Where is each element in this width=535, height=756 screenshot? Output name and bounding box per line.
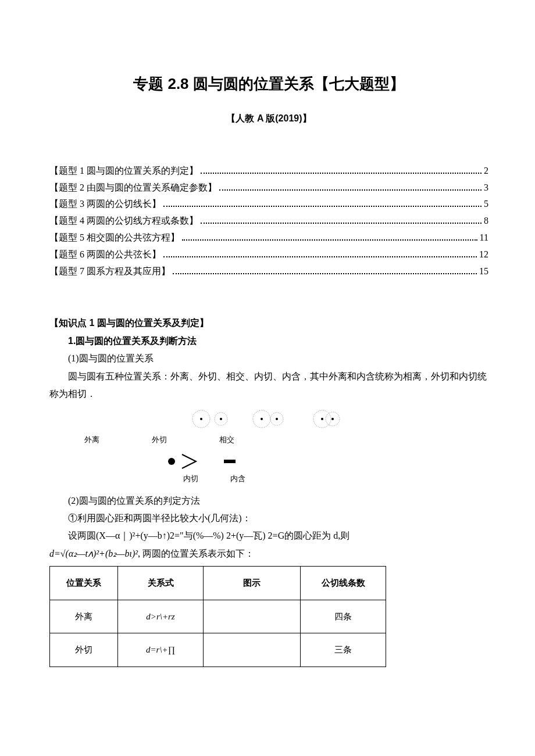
toc-label: 【题型 1 圆与圆的位置关系的判定】	[49, 163, 198, 180]
knowledge-p2-label: (2)圆与圆的位置关系的判定方法	[49, 492, 488, 510]
figure-xiangjiao-icon	[307, 407, 348, 431]
svg-point-12	[168, 458, 175, 465]
th-relation: 关系式	[118, 567, 204, 600]
formula-d: d=√(α₂—tʌ)²+(b₂—bι)²	[49, 549, 138, 558]
toc-label: 【题型 4 两圆的公切线方程或条数】	[49, 213, 198, 230]
toc-leader	[163, 250, 477, 257]
knowledge-main-1: 1.圆与圆的位置关系及判断方法	[49, 332, 488, 350]
toc-leader	[163, 199, 482, 207]
figure-neiqie-icon	[160, 451, 201, 472]
toc-leader	[219, 182, 482, 190]
toc-label: 【题型 7 圆系方程及其应用】	[49, 263, 170, 280]
knowledge-p1-label: (1)圆与圆的位置关系	[49, 350, 488, 367]
cell-figure	[204, 600, 301, 633]
page-title: 专题 2.8 圆与圆的位置关系【七大题型】	[49, 70, 488, 98]
toc-page: 5	[484, 196, 488, 213]
cell-relation: d>r\+rz	[118, 600, 204, 633]
circle-figures-row1	[49, 407, 488, 431]
cell-tangent-count: 三条	[301, 633, 386, 667]
toc-label: 【题型 2 由圆与圆的位置关系确定参数】	[49, 180, 217, 196]
svg-point-1	[200, 418, 202, 420]
knowledge-p2-3: d=√(α₂—tʌ)²+(b₂—bι)², 两圆的位置关系表示如下：	[49, 545, 488, 562]
cell-position: 外离	[50, 600, 118, 633]
toc-page: 2	[484, 163, 488, 180]
toc-label: 【题型 6 两圆的公共弦长】	[49, 246, 161, 263]
toc-page: 3	[484, 180, 488, 196]
svg-point-9	[321, 418, 323, 420]
toc-label: 【题型 5 相交圆的公共弦方程】	[49, 230, 180, 246]
toc-item: 【题型 1 圆与圆的位置关系的判定】 2	[49, 163, 488, 180]
toc-page: 15	[479, 263, 488, 280]
figure-label: 相交	[219, 433, 234, 447]
figure-wailii-icon	[191, 407, 231, 431]
table-header-row: 位置关系 关系式 图示 公切线条数	[50, 567, 386, 600]
svg-point-5	[261, 418, 263, 420]
formula-suffix: , 两圆的位置关系表示如下：	[138, 549, 254, 558]
toc-item: 【题型 5 相交圆的公共弦方程】 11	[49, 230, 488, 246]
figure-label: 外离	[84, 433, 99, 447]
toc-item: 【题型 2 由圆与圆的位置关系确定参数】 3	[49, 180, 488, 196]
svg-point-7	[276, 418, 278, 420]
cell-relation: d=r\+∏	[118, 633, 204, 667]
th-tangent-count: 公切线条数	[301, 567, 386, 600]
toc-page: 11	[480, 230, 488, 246]
toc-item: 【题型 7 圆系方程及其应用】 15	[49, 263, 488, 280]
cell-figure	[204, 633, 301, 667]
toc-leader	[182, 233, 477, 241]
th-figure: 图示	[204, 567, 301, 600]
toc-item: 【题型 4 两圆的公切线方程或条数】 8	[49, 213, 488, 230]
figure-waiqie-icon	[249, 407, 290, 431]
cell-tangent-count: 四条	[301, 600, 386, 633]
table-row: 外离 d>r\+rz 四条	[50, 600, 386, 633]
toc-leader	[201, 216, 482, 224]
knowledge-p2-1: ①利用圆心距和两圆半径比较大小(几何法)：	[49, 510, 488, 527]
toc-label: 【题型 3 两圆的公切线长】	[49, 196, 161, 213]
toc-page: 8	[484, 213, 488, 230]
circle-figures-row2	[160, 451, 488, 472]
toc-leader	[173, 266, 477, 274]
figure-neihan-icon	[218, 451, 241, 472]
toc-leader	[201, 166, 482, 174]
knowledge-p1-body: 圆与圆有五种位置关系：外离、外切、相交、内切、内含，其中外离和内含统称为相离，外…	[49, 368, 488, 403]
table-of-contents: 【题型 1 圆与圆的位置关系的判定】 2 【题型 2 由圆与圆的位置关系确定参数…	[49, 163, 488, 280]
toc-item: 【题型 6 两圆的公共弦长】 12	[49, 246, 488, 263]
svg-point-11	[331, 418, 334, 420]
toc-item: 【题型 3 两圆的公切线长】 5	[49, 196, 488, 213]
page-subtitle: 【人教 A 版(2019)】	[49, 110, 488, 127]
knowledge-p2-2: 设两圆(X—α｜)²+(y—b↑)2="与(%—%) 2+(y—瓦) 2=G的圆…	[49, 527, 488, 544]
figure-label: 外切	[152, 433, 167, 447]
figure-label: 内切	[183, 472, 198, 486]
cell-position: 外切	[50, 633, 118, 667]
knowledge-heading: 【知识点 1 圆与圆的位置关系及判定】	[49, 314, 488, 332]
relation-table: 位置关系 关系式 图示 公切线条数 外离 d>r\+rz 四条 外切 d=r\+…	[49, 566, 386, 667]
figure-label: 内含	[230, 472, 245, 486]
svg-rect-13	[224, 460, 236, 463]
th-position: 位置关系	[50, 567, 118, 600]
toc-page: 12	[479, 246, 488, 263]
table-row: 外切 d=r\+∏ 三条	[50, 633, 386, 667]
svg-point-3	[220, 418, 222, 420]
figure-labels-row1: 外离 外切 相交	[84, 433, 488, 447]
figure-labels-row2: 内切 内含	[183, 472, 488, 486]
